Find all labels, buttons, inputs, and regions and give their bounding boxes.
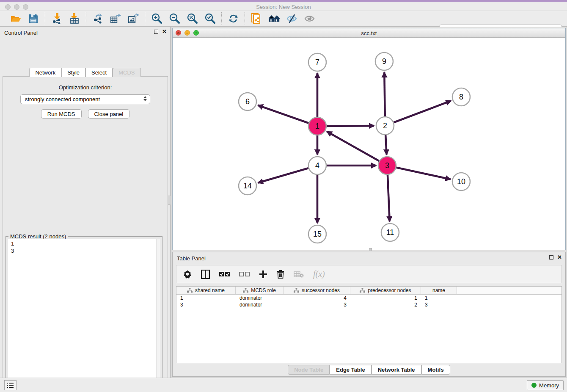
create-view-icon[interactable]	[269, 13, 280, 24]
float-table-panel-icon[interactable]	[549, 255, 553, 259]
panel-splitter-handle[interactable]	[168, 196, 171, 205]
table-body: 1dominator4113dominator323	[176, 295, 561, 308]
cell-successor-nodes: 4	[284, 295, 350, 301]
split-columns-icon[interactable]	[201, 270, 210, 279]
node-label-7: 7	[315, 58, 319, 66]
select-all-checkboxes-icon[interactable]	[219, 272, 230, 277]
tab-node-table[interactable]: Node Table	[288, 365, 330, 375]
node-label-8: 8	[459, 93, 463, 101]
export-image-icon[interactable]	[128, 13, 139, 24]
column-header-shared-name[interactable]: shared name	[176, 287, 236, 294]
clone-network-icon[interactable]	[251, 13, 262, 24]
workspace: ✕ − ＋ scc.txt 7968124314101511	[171, 27, 567, 378]
criterion-value: strongly connected component	[25, 96, 100, 102]
column-header-successor-nodes[interactable]: successor nodes	[284, 287, 350, 294]
tab-motifs[interactable]: Motifs	[421, 365, 450, 375]
column-header-label: MCDS role	[251, 287, 276, 293]
node-label-14: 14	[243, 182, 252, 190]
run-mcds-button[interactable]: Run MCDS	[41, 109, 82, 119]
table-tabs: Node TableEdge TableNetwork TableMotifs	[173, 365, 565, 375]
edge-1-6[interactable]	[258, 105, 317, 126]
node-label-2: 2	[383, 121, 387, 130]
column-type-icon	[294, 288, 299, 293]
control-panel: Control Panel ✕ NetworkStyleSelectMCDS O…	[0, 27, 171, 378]
main-toolbar	[0, 11, 567, 27]
network-frame-titlebar[interactable]: ✕ − ＋ scc.txt	[173, 28, 565, 38]
node-label-6: 6	[245, 97, 250, 106]
tab-network-table[interactable]: Network Table	[372, 365, 421, 375]
close-panel-button[interactable]: Close panel	[88, 109, 130, 119]
tab-style[interactable]: Style	[61, 68, 85, 77]
titlebar: Session: New Session	[0, 0, 567, 11]
optimization-criterion-label: Optimization criterion:	[3, 84, 168, 91]
close-table-panel-icon[interactable]: ✕	[557, 255, 562, 259]
column-header-label: predecessor nodes	[368, 287, 411, 293]
export-network-icon[interactable]	[92, 13, 103, 24]
mcds-result-list[interactable]: 13	[8, 239, 160, 392]
import-table-icon[interactable]	[69, 13, 80, 24]
table-panel-title: Table Panel	[177, 255, 206, 262]
cell-predecessor-nodes: 1	[350, 295, 421, 301]
memory-button[interactable]: Memory	[527, 380, 564, 390]
close-panel-icon[interactable]: ✕	[162, 30, 167, 34]
column-header-predecessor-nodes[interactable]: predecessor nodes	[350, 287, 421, 294]
select-stepper-icon	[143, 96, 147, 101]
open-file-icon[interactable]	[10, 13, 21, 24]
window-title: Session: New Session	[0, 4, 567, 10]
node-label-1: 1	[315, 122, 319, 130]
zoom-in-icon[interactable]	[151, 13, 162, 24]
edge-3-1[interactable]	[327, 132, 387, 166]
table-row[interactable]: 1dominator411	[176, 295, 561, 301]
table-toolbar: f(x)	[176, 265, 562, 283]
edge-2-8[interactable]	[385, 101, 451, 126]
result-scrollbar[interactable]	[156, 239, 160, 392]
table-header-row: shared nameMCDS rolesuccessor nodesprede…	[176, 287, 561, 295]
zoom-fit-icon[interactable]	[187, 13, 198, 24]
column-type-icon	[187, 288, 193, 293]
result-item: 1	[11, 240, 160, 247]
node-label-4: 4	[315, 161, 319, 170]
list-icon	[7, 382, 14, 388]
tab-edge-table[interactable]: Edge Table	[330, 365, 371, 375]
network-canvas[interactable]: 7968124314101511	[173, 38, 565, 250]
import-network-icon[interactable]	[51, 13, 62, 24]
column-type-icon	[360, 288, 365, 293]
cell-shared-name: 1	[176, 295, 236, 301]
network-frame-title: scc.txt	[173, 30, 565, 36]
zoom-out-icon[interactable]	[169, 13, 180, 24]
task-history-button[interactable]	[4, 380, 17, 390]
deselect-all-checkboxes-icon[interactable]	[239, 272, 250, 277]
cell-name: 1	[421, 295, 457, 301]
node-label-3: 3	[385, 161, 389, 170]
tab-mcds[interactable]: MCDS	[113, 68, 140, 77]
network-graph[interactable]: 7968124314101511	[173, 38, 565, 250]
column-header-MCDS-role[interactable]: MCDS role	[236, 287, 284, 294]
application-window: Session: New Session	[0, 0, 567, 392]
float-panel-icon[interactable]	[154, 30, 158, 34]
node-label-11: 11	[386, 228, 394, 237]
show-all-eye-icon	[304, 13, 315, 24]
table-row[interactable]: 3dominator323	[176, 301, 561, 308]
cell-shared-name: 3	[176, 301, 236, 308]
delete-column-trash-icon[interactable]	[277, 270, 284, 279]
column-header-name[interactable]: name	[421, 287, 457, 294]
refresh-icon[interactable]	[228, 13, 239, 24]
edge-3-10[interactable]	[387, 166, 451, 179]
control-panel-title: Control Panel	[4, 30, 38, 36]
zoom-selected-icon[interactable]	[204, 13, 215, 24]
mcds-result-group: MCDS result (2 nodes) 13	[6, 236, 162, 392]
table-settings-gear-icon[interactable]	[183, 270, 192, 279]
tab-select[interactable]: Select	[85, 68, 113, 77]
mcds-tab-content: Optimization criterion: strongly connect…	[3, 76, 168, 392]
tab-network[interactable]: Network	[29, 68, 61, 77]
save-session-icon[interactable]	[28, 13, 39, 24]
frame-resize-handle[interactable]	[369, 248, 372, 251]
control-panel-tabs: NetworkStyleSelectMCDS	[0, 68, 170, 77]
hide-selected-eye-icon[interactable]	[286, 13, 297, 24]
export-table-icon[interactable]	[110, 13, 121, 24]
network-view-frame: ✕ − ＋ scc.txt 7968124314101511	[172, 28, 566, 250]
add-column-icon[interactable]	[259, 270, 267, 279]
criterion-select[interactable]: strongly connected component	[20, 94, 150, 104]
column-header-label: name	[432, 287, 445, 293]
node-label-10: 10	[457, 177, 465, 186]
